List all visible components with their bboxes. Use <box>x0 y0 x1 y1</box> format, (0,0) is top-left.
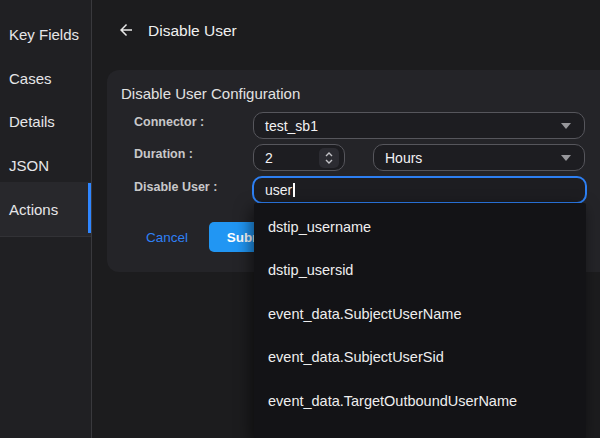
sidebar-item-key-fields[interactable]: Key Fields <box>0 12 91 56</box>
disable-user-input[interactable]: user <box>252 176 587 204</box>
page-title: Disable User <box>148 22 237 40</box>
cancel-button[interactable]: Cancel <box>131 223 203 251</box>
autocomplete-option[interactable]: dstip_usersid <box>254 249 586 293</box>
connector-label: Connector : <box>134 115 204 129</box>
active-tab-indicator <box>88 183 91 233</box>
back-button[interactable] <box>116 20 136 40</box>
autocomplete-option[interactable]: event_data.SubjectUserSid <box>254 336 586 380</box>
sidebar-item-details[interactable]: Details <box>0 99 91 143</box>
disable-user-label: Disable User : <box>134 180 217 194</box>
duration-value: 2 <box>265 150 273 166</box>
duration-input[interactable]: 2 <box>253 144 345 171</box>
card-title: Disable User Configuration <box>121 85 300 102</box>
sidebar-item-cases[interactable]: Cases <box>0 56 91 100</box>
sidebar-item-json[interactable]: JSON <box>0 143 91 187</box>
connector-select[interactable]: test_sb1 <box>253 112 585 139</box>
autocomplete-option[interactable]: event_data.SubjectUserName <box>254 292 586 336</box>
chevron-down-icon <box>561 155 571 161</box>
sidebar-item-actions-label: Actions <box>9 201 58 218</box>
duration-unit-value: Hours <box>385 150 422 166</box>
autocomplete-option[interactable]: event_data.TargetOutboundUserName <box>254 379 586 423</box>
sidebar: Key Fields Cases Details JSON Actions <box>0 0 92 438</box>
disable-user-value: user <box>265 182 292 198</box>
autocomplete-option[interactable]: dstip_username <box>254 205 586 249</box>
sidebar-item-actions[interactable]: Actions <box>0 182 91 237</box>
duration-label: Duration : <box>134 147 193 161</box>
connector-value: test_sb1 <box>265 118 318 134</box>
duration-unit-select[interactable]: Hours <box>373 144 585 171</box>
text-cursor <box>293 183 295 197</box>
arrow-left-icon <box>117 21 135 39</box>
autocomplete-dropdown: dstip_username dstip_usersid event_data.… <box>254 203 586 438</box>
number-stepper-icon[interactable] <box>319 148 339 168</box>
chevron-down-icon <box>561 123 571 129</box>
